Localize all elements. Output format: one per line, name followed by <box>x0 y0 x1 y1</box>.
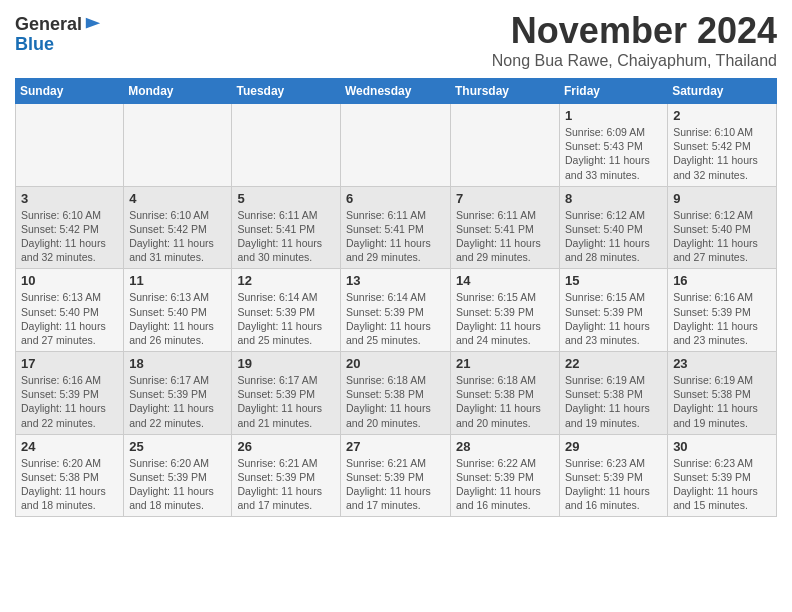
weekday-header-sunday: Sunday <box>16 79 124 104</box>
calendar-cell: 22Sunrise: 6:19 AMSunset: 5:38 PMDayligh… <box>560 352 668 435</box>
calendar-cell <box>341 104 451 187</box>
logo-blue: Blue <box>15 35 102 55</box>
calendar-cell <box>124 104 232 187</box>
calendar-title: November 2024 <box>492 10 777 52</box>
day-number: 15 <box>565 273 662 288</box>
week-row-2: 3Sunrise: 6:10 AMSunset: 5:42 PMDaylight… <box>16 186 777 269</box>
calendar-subtitle: Nong Bua Rawe, Chaiyaphum, Thailand <box>492 52 777 70</box>
calendar-cell: 24Sunrise: 6:20 AMSunset: 5:38 PMDayligh… <box>16 434 124 517</box>
day-info: Sunrise: 6:11 AMSunset: 5:41 PMDaylight:… <box>237 208 335 265</box>
day-number: 9 <box>673 191 771 206</box>
day-info: Sunrise: 6:10 AMSunset: 5:42 PMDaylight:… <box>673 125 771 182</box>
calendar-cell: 13Sunrise: 6:14 AMSunset: 5:39 PMDayligh… <box>341 269 451 352</box>
calendar-cell: 25Sunrise: 6:20 AMSunset: 5:39 PMDayligh… <box>124 434 232 517</box>
calendar-cell: 3Sunrise: 6:10 AMSunset: 5:42 PMDaylight… <box>16 186 124 269</box>
day-number: 24 <box>21 439 118 454</box>
day-number: 23 <box>673 356 771 371</box>
day-number: 16 <box>673 273 771 288</box>
day-number: 8 <box>565 191 662 206</box>
day-info: Sunrise: 6:18 AMSunset: 5:38 PMDaylight:… <box>346 373 445 430</box>
day-number: 30 <box>673 439 771 454</box>
calendar-cell: 5Sunrise: 6:11 AMSunset: 5:41 PMDaylight… <box>232 186 341 269</box>
day-info: Sunrise: 6:23 AMSunset: 5:39 PMDaylight:… <box>565 456 662 513</box>
calendar-cell: 11Sunrise: 6:13 AMSunset: 5:40 PMDayligh… <box>124 269 232 352</box>
calendar-cell <box>232 104 341 187</box>
day-number: 14 <box>456 273 554 288</box>
day-info: Sunrise: 6:17 AMSunset: 5:39 PMDaylight:… <box>129 373 226 430</box>
week-row-3: 10Sunrise: 6:13 AMSunset: 5:40 PMDayligh… <box>16 269 777 352</box>
calendar-cell: 8Sunrise: 6:12 AMSunset: 5:40 PMDaylight… <box>560 186 668 269</box>
day-info: Sunrise: 6:10 AMSunset: 5:42 PMDaylight:… <box>21 208 118 265</box>
calendar-cell: 15Sunrise: 6:15 AMSunset: 5:39 PMDayligh… <box>560 269 668 352</box>
day-number: 26 <box>237 439 335 454</box>
calendar-cell: 1Sunrise: 6:09 AMSunset: 5:43 PMDaylight… <box>560 104 668 187</box>
day-number: 29 <box>565 439 662 454</box>
day-info: Sunrise: 6:19 AMSunset: 5:38 PMDaylight:… <box>673 373 771 430</box>
calendar-table: SundayMondayTuesdayWednesdayThursdayFrid… <box>15 78 777 517</box>
calendar-cell: 14Sunrise: 6:15 AMSunset: 5:39 PMDayligh… <box>451 269 560 352</box>
day-number: 1 <box>565 108 662 123</box>
logo: General Blue <box>15 15 102 55</box>
calendar-cell: 17Sunrise: 6:16 AMSunset: 5:39 PMDayligh… <box>16 352 124 435</box>
day-info: Sunrise: 6:14 AMSunset: 5:39 PMDaylight:… <box>237 290 335 347</box>
week-row-5: 24Sunrise: 6:20 AMSunset: 5:38 PMDayligh… <box>16 434 777 517</box>
day-number: 2 <box>673 108 771 123</box>
day-info: Sunrise: 6:11 AMSunset: 5:41 PMDaylight:… <box>456 208 554 265</box>
weekday-header-monday: Monday <box>124 79 232 104</box>
day-info: Sunrise: 6:13 AMSunset: 5:40 PMDaylight:… <box>129 290 226 347</box>
calendar-cell <box>16 104 124 187</box>
calendar-cell: 23Sunrise: 6:19 AMSunset: 5:38 PMDayligh… <box>668 352 777 435</box>
day-number: 3 <box>21 191 118 206</box>
day-info: Sunrise: 6:16 AMSunset: 5:39 PMDaylight:… <box>21 373 118 430</box>
calendar-cell: 16Sunrise: 6:16 AMSunset: 5:39 PMDayligh… <box>668 269 777 352</box>
day-number: 6 <box>346 191 445 206</box>
day-info: Sunrise: 6:15 AMSunset: 5:39 PMDaylight:… <box>456 290 554 347</box>
svg-marker-0 <box>86 18 100 29</box>
calendar-cell: 7Sunrise: 6:11 AMSunset: 5:41 PMDaylight… <box>451 186 560 269</box>
day-number: 25 <box>129 439 226 454</box>
day-info: Sunrise: 6:12 AMSunset: 5:40 PMDaylight:… <box>673 208 771 265</box>
weekday-header-friday: Friday <box>560 79 668 104</box>
day-info: Sunrise: 6:20 AMSunset: 5:38 PMDaylight:… <box>21 456 118 513</box>
day-info: Sunrise: 6:21 AMSunset: 5:39 PMDaylight:… <box>346 456 445 513</box>
day-number: 19 <box>237 356 335 371</box>
day-number: 12 <box>237 273 335 288</box>
calendar-cell: 21Sunrise: 6:18 AMSunset: 5:38 PMDayligh… <box>451 352 560 435</box>
calendar-cell: 26Sunrise: 6:21 AMSunset: 5:39 PMDayligh… <box>232 434 341 517</box>
day-info: Sunrise: 6:22 AMSunset: 5:39 PMDaylight:… <box>456 456 554 513</box>
day-number: 28 <box>456 439 554 454</box>
weekday-header-row: SundayMondayTuesdayWednesdayThursdayFrid… <box>16 79 777 104</box>
weekday-header-tuesday: Tuesday <box>232 79 341 104</box>
day-info: Sunrise: 6:11 AMSunset: 5:41 PMDaylight:… <box>346 208 445 265</box>
day-number: 21 <box>456 356 554 371</box>
day-number: 22 <box>565 356 662 371</box>
day-info: Sunrise: 6:21 AMSunset: 5:39 PMDaylight:… <box>237 456 335 513</box>
day-info: Sunrise: 6:19 AMSunset: 5:38 PMDaylight:… <box>565 373 662 430</box>
day-info: Sunrise: 6:18 AMSunset: 5:38 PMDaylight:… <box>456 373 554 430</box>
day-info: Sunrise: 6:14 AMSunset: 5:39 PMDaylight:… <box>346 290 445 347</box>
logo-flag-icon <box>84 16 102 34</box>
week-row-4: 17Sunrise: 6:16 AMSunset: 5:39 PMDayligh… <box>16 352 777 435</box>
calendar-cell <box>451 104 560 187</box>
calendar-cell: 10Sunrise: 6:13 AMSunset: 5:40 PMDayligh… <box>16 269 124 352</box>
day-number: 20 <box>346 356 445 371</box>
day-info: Sunrise: 6:15 AMSunset: 5:39 PMDaylight:… <box>565 290 662 347</box>
day-number: 4 <box>129 191 226 206</box>
calendar-cell: 12Sunrise: 6:14 AMSunset: 5:39 PMDayligh… <box>232 269 341 352</box>
weekday-header-saturday: Saturday <box>668 79 777 104</box>
day-number: 7 <box>456 191 554 206</box>
day-info: Sunrise: 6:17 AMSunset: 5:39 PMDaylight:… <box>237 373 335 430</box>
day-number: 10 <box>21 273 118 288</box>
day-info: Sunrise: 6:10 AMSunset: 5:42 PMDaylight:… <box>129 208 226 265</box>
calendar-cell: 18Sunrise: 6:17 AMSunset: 5:39 PMDayligh… <box>124 352 232 435</box>
calendar-cell: 29Sunrise: 6:23 AMSunset: 5:39 PMDayligh… <box>560 434 668 517</box>
calendar-cell: 19Sunrise: 6:17 AMSunset: 5:39 PMDayligh… <box>232 352 341 435</box>
day-number: 17 <box>21 356 118 371</box>
day-info: Sunrise: 6:09 AMSunset: 5:43 PMDaylight:… <box>565 125 662 182</box>
day-info: Sunrise: 6:23 AMSunset: 5:39 PMDaylight:… <box>673 456 771 513</box>
day-number: 11 <box>129 273 226 288</box>
calendar-cell: 20Sunrise: 6:18 AMSunset: 5:38 PMDayligh… <box>341 352 451 435</box>
day-info: Sunrise: 6:20 AMSunset: 5:39 PMDaylight:… <box>129 456 226 513</box>
logo-general: General <box>15 15 82 35</box>
calendar-cell: 30Sunrise: 6:23 AMSunset: 5:39 PMDayligh… <box>668 434 777 517</box>
